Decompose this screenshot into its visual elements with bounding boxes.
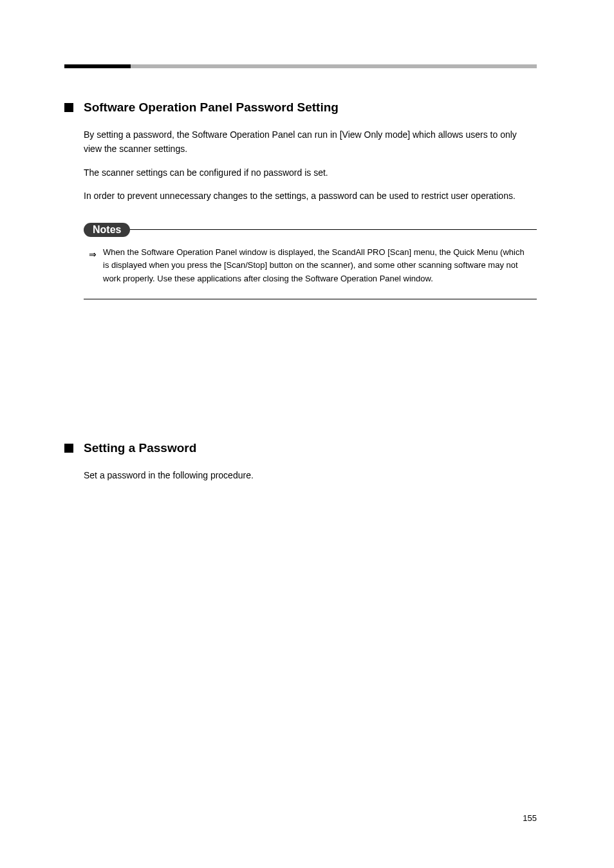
paragraph: In order to prevent unnecessary changes …: [84, 189, 537, 203]
section-1: Software Operation Panel Password Settin…: [64, 100, 537, 115]
paragraph: By setting a password, the Software Oper…: [84, 127, 537, 156]
header-rule: [64, 64, 537, 68]
notes-line-top: [130, 229, 537, 230]
rule-light: [131, 64, 537, 68]
notes-content: ⇒ When the Software Operation Panel wind…: [84, 237, 537, 299]
notes-line-bottom: [84, 299, 537, 299]
arrow-icon: ⇒: [89, 247, 97, 261]
notes-text: When the Software Operation Panel window…: [103, 246, 532, 286]
paragraph: Set a password in the following procedur…: [84, 468, 537, 482]
section-2: Setting a Password: [64, 441, 537, 455]
paragraph: The scanner settings can be configured i…: [84, 165, 537, 180]
section-title-1: Software Operation Panel Password Settin…: [84, 100, 339, 115]
rule-dark: [64, 64, 131, 68]
notes-box: Notes ⇒ When the Software Operation Pane…: [84, 223, 537, 299]
square-bullet-icon: [64, 444, 73, 453]
section-2-body: Set a password in the following procedur…: [84, 468, 537, 482]
page-number: 155: [523, 813, 537, 823]
section-1-body: By setting a password, the Software Oper…: [84, 127, 537, 203]
square-bullet-icon: [64, 103, 73, 112]
notes-pill: Notes: [84, 223, 130, 237]
notes-header: Notes: [84, 223, 537, 237]
section-title-2: Setting a Password: [84, 441, 196, 455]
